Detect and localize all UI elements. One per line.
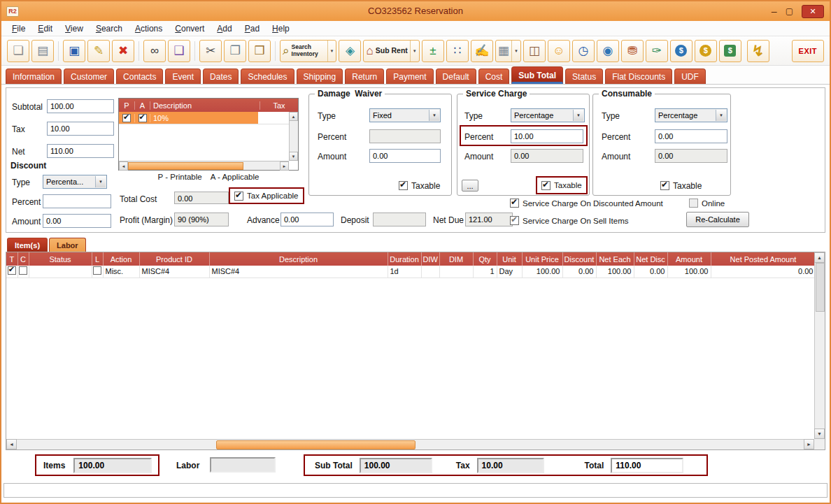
cons-type-dropdown[interactable]: Percentage ▼: [655, 108, 727, 122]
edit-button[interactable]: ✎: [87, 40, 110, 62]
cell-dim[interactable]: [439, 266, 473, 278]
menu-file[interactable]: File: [6, 22, 31, 36]
online-option[interactable]: Online: [689, 199, 725, 208]
lightning-button[interactable]: ↯: [747, 40, 769, 62]
tab-items[interactable]: Item(s): [7, 238, 48, 252]
menu-help[interactable]: Help: [266, 22, 296, 36]
payments-button[interactable]: $: [695, 40, 717, 62]
column-header[interactable]: Unit: [497, 252, 522, 266]
tab-event[interactable]: Event: [165, 69, 201, 84]
menu-actions[interactable]: Actions: [129, 22, 169, 36]
discount-percent-field[interactable]: [43, 194, 111, 208]
tab-return[interactable]: Return: [345, 69, 384, 84]
print-forms-button[interactable]: ◫: [523, 40, 546, 62]
find-button[interactable]: ∞: [143, 40, 166, 62]
copy-button[interactable]: ❐: [224, 40, 246, 62]
books-button[interactable]: ⛃: [621, 40, 644, 62]
scroll-down-icon[interactable]: ▼: [289, 152, 298, 161]
export-button[interactable]: ❑: [168, 40, 190, 62]
tax-value-cell[interactable]: [258, 112, 289, 124]
item-row[interactable]: Misc. MISC#4 MISC#4 1d 1 Day 100.00 0.00…: [6, 266, 816, 278]
cell-action[interactable]: Misc.: [103, 266, 139, 278]
tax-field[interactable]: 10.00: [47, 122, 114, 136]
new-button[interactable]: ❏: [7, 40, 29, 62]
recalculate-button[interactable]: Re-Calculate: [686, 212, 749, 227]
horizontal-scrollbar[interactable]: ◄ ►: [6, 439, 814, 449]
save-button[interactable]: ▣: [63, 40, 85, 62]
menu-edit[interactable]: Edit: [31, 22, 59, 36]
history-button[interactable]: ◷: [572, 40, 595, 62]
chevron-down-icon[interactable]: ▼: [429, 110, 439, 121]
cash-register-button[interactable]: $: [719, 40, 741, 62]
net-field[interactable]: 110.00: [47, 144, 114, 158]
scroll-up-icon[interactable]: ▲: [289, 112, 298, 121]
scrollbar-thumb[interactable]: [816, 263, 825, 312]
group-button[interactable]: ∷: [446, 40, 469, 62]
sc-on-sell-option[interactable]: Service Charge On Sell Items: [510, 216, 628, 225]
tab-cost[interactable]: Cost: [478, 69, 510, 84]
scroll-right-icon[interactable]: ►: [280, 161, 289, 171]
column-header[interactable]: Net Posted Amount: [711, 252, 816, 266]
tab-sub-total[interactable]: Sub Total: [511, 66, 563, 84]
sc-more-button[interactable]: ...: [462, 180, 478, 192]
column-header[interactable]: Qty: [473, 252, 497, 266]
horizontal-scrollbar[interactable]: ◄ ►: [119, 161, 289, 170]
cut-button[interactable]: ✂: [199, 40, 222, 62]
dropdown-arrow-icon[interactable]: ▼: [511, 41, 518, 62]
tab-shipping[interactable]: Shipping: [297, 69, 343, 84]
column-header[interactable]: Unit Price: [522, 252, 562, 266]
sc-taxable-checkbox[interactable]: [541, 181, 551, 190]
scroll-left-icon[interactable]: ◄: [119, 161, 128, 171]
vertical-scrollbar[interactable]: ▲ ▼: [289, 112, 298, 161]
discount-type-dropdown[interactable]: Percenta... ▼: [43, 175, 107, 189]
cell-unit-price[interactable]: 100.00: [522, 266, 562, 278]
column-header[interactable]: Net Disc: [634, 252, 667, 266]
column-header[interactable]: Product ID: [139, 252, 209, 266]
menu-convert[interactable]: Convert: [169, 22, 211, 36]
column-header[interactable]: DIW: [421, 252, 439, 266]
sc-percent-field[interactable]: 10.00: [511, 129, 583, 143]
online-checkbox[interactable]: [689, 199, 698, 208]
cell-diw[interactable]: [421, 266, 439, 278]
menu-add[interactable]: Add: [211, 22, 238, 36]
web-button[interactable]: ◉: [597, 40, 619, 62]
column-header[interactable]: C: [17, 252, 29, 266]
tab-dates[interactable]: Dates: [203, 69, 239, 84]
dropdown-arrow-icon[interactable]: ▼: [410, 41, 417, 62]
cell-unit[interactable]: Day: [497, 266, 522, 278]
column-header[interactable]: Status: [29, 252, 92, 266]
cell-net-each[interactable]: 100.00: [596, 266, 634, 278]
sc-on-discounted-option[interactable]: Service Charge On Discounted Amount: [510, 199, 663, 208]
cell-duration[interactable]: 1d: [388, 266, 421, 278]
print-button[interactable]: ▤: [31, 40, 54, 62]
tab-schedules[interactable]: Schedules: [241, 69, 294, 84]
row-l-checkbox[interactable]: [93, 266, 101, 275]
close-button[interactable]: ✕: [802, 5, 824, 18]
tab-payment[interactable]: Payment: [386, 69, 433, 84]
finance-button[interactable]: $: [670, 40, 692, 62]
schedule-button[interactable]: ▦▼: [495, 40, 521, 62]
add-adjust-button[interactable]: ±: [422, 40, 444, 62]
scroll-up-icon[interactable]: ▲: [814, 252, 825, 263]
cons-taxable-checkbox[interactable]: [660, 181, 669, 190]
cons-percent-field[interactable]: 0.00: [655, 129, 727, 143]
scroll-right-icon[interactable]: ►: [804, 439, 814, 449]
edit-document-button[interactable]: ✑: [646, 40, 668, 62]
tab-udf[interactable]: UDF: [674, 69, 706, 84]
chevron-down-icon[interactable]: ▼: [716, 110, 726, 121]
cell-product-id[interactable]: MISC#4: [139, 266, 209, 278]
menu-view[interactable]: View: [59, 22, 90, 36]
dropdown-arrow-icon[interactable]: ▼: [327, 41, 334, 62]
tab-customer[interactable]: Customer: [64, 69, 114, 84]
cell-qty[interactable]: 1: [473, 266, 497, 278]
column-header[interactable]: Net Each: [596, 252, 634, 266]
chevron-down-icon[interactable]: ▼: [573, 110, 583, 121]
cell-net-disc[interactable]: 0.00: [634, 266, 667, 278]
scroll-left-icon[interactable]: ◄: [6, 439, 17, 449]
menu-pad[interactable]: Pad: [239, 22, 266, 36]
inventory-cube-button[interactable]: ◈: [339, 40, 361, 62]
tab-contacts[interactable]: Contacts: [116, 69, 163, 84]
column-header[interactable]: Description: [209, 252, 388, 266]
column-header[interactable]: Amount: [667, 252, 711, 266]
delete-button[interactable]: ✖: [112, 40, 134, 62]
